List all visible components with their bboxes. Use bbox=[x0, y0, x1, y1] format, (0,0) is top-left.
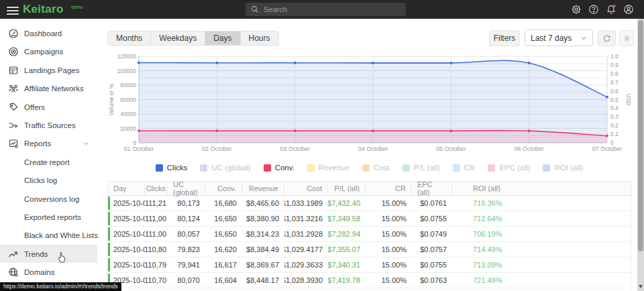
table-row: 2025-10-01111,2180,17316,680$8,465.60$1,… bbox=[108, 196, 631, 211]
table-cell: $1,033.1989 bbox=[284, 196, 328, 211]
column-header-uc-global-[interactable]: UC (global) bbox=[168, 182, 205, 195]
table-cell: $4,826.21 bbox=[242, 288, 284, 291]
sidebar-item-landings-pages[interactable]: Landings Pages bbox=[0, 61, 97, 79]
table-cell: 713.09% bbox=[452, 257, 631, 272]
legend-label: UC (global) bbox=[211, 164, 250, 172]
column-header-roi-all-[interactable]: ROI (all) bbox=[452, 182, 631, 195]
chevron-down-icon bbox=[580, 35, 587, 42]
legend-swatch bbox=[402, 164, 410, 172]
column-header-clicks[interactable]: Clicks bbox=[145, 182, 168, 195]
date-range-select[interactable]: Last 7 days bbox=[525, 30, 593, 46]
sidebar-item-offers[interactable]: Offers bbox=[0, 98, 97, 116]
sidebar-item-traffic-sources[interactable]: Traffic Sources bbox=[0, 117, 97, 135]
legend-item-roi-all-[interactable]: ROI (all) bbox=[543, 164, 583, 172]
page-scrollbar[interactable] bbox=[637, 19, 644, 291]
tab-months[interactable]: Months bbox=[108, 32, 151, 45]
domains-icon bbox=[8, 267, 19, 278]
column-header-cr[interactable]: CR bbox=[366, 182, 412, 195]
column-header-p-l-all-[interactable]: P/L (all) bbox=[328, 182, 366, 195]
legend-item-conv-[interactable]: Conv. bbox=[264, 164, 294, 172]
table-cell: $0.0749 bbox=[412, 227, 452, 241]
table-cell: $1,029.3633 bbox=[284, 257, 328, 272]
sidebar-item-clicks-log[interactable]: Clicks log bbox=[0, 172, 97, 190]
svg-text:01 October: 01 October bbox=[124, 146, 154, 152]
sidebar-item-campaigns[interactable]: Campaigns bbox=[0, 43, 97, 61]
sidebar-item-label: Domains bbox=[24, 268, 54, 276]
global-search[interactable] bbox=[246, 3, 406, 16]
scrollbar-thumb[interactable] bbox=[638, 20, 643, 251]
sidebar-item-label: Offers bbox=[24, 103, 45, 111]
legend-swatch bbox=[307, 164, 315, 172]
table-cell: 706.19% bbox=[452, 227, 631, 241]
bell-icon[interactable] bbox=[605, 3, 617, 15]
legend-item-cr[interactable]: CR bbox=[453, 164, 476, 172]
trends-icon bbox=[8, 249, 19, 259]
table-cell: $8,448.17 bbox=[242, 273, 284, 288]
scrollbar-down-arrow[interactable] bbox=[639, 285, 643, 288]
legend-item-p-l-all-[interactable]: P/L (all) bbox=[402, 164, 440, 172]
account-icon[interactable] bbox=[623, 3, 635, 15]
table-cell: 2025-10-01 bbox=[108, 196, 145, 211]
sidebar-item-create-report[interactable]: Create report bbox=[0, 153, 97, 171]
table-cell: $7,349.58 bbox=[328, 211, 366, 226]
table-row: 2025-10-04110,8079,82316,620$8,384.49$1,… bbox=[108, 242, 631, 257]
chart-legend: ClicksUC (global)Conv.RevenueCostP/L (al… bbox=[107, 162, 631, 174]
help-icon[interactable] bbox=[588, 3, 600, 15]
sidebar-item-trends[interactable]: Trends bbox=[0, 245, 97, 263]
table-cell: 111,21 bbox=[145, 196, 168, 211]
sidebar-item-label: Create report bbox=[24, 158, 70, 166]
sidebar-item-label: Affiliate Networks bbox=[24, 84, 84, 93]
column-header-revenue[interactable]: Revenue bbox=[242, 182, 284, 195]
legend-item-cost[interactable]: Cost bbox=[362, 164, 390, 172]
settings-gear-icon[interactable] bbox=[570, 3, 582, 15]
tab-hours[interactable]: Hours bbox=[241, 32, 278, 45]
legend-item-uc-global-[interactable]: UC (global) bbox=[200, 164, 250, 172]
sidebar-item-domains[interactable]: Domains bbox=[0, 264, 97, 282]
table-cell: 2025-10-04 bbox=[108, 242, 145, 257]
chart-settings-button[interactable] bbox=[619, 30, 634, 46]
gear-small-icon bbox=[623, 35, 631, 42]
sidebar-item-conversions-log[interactable]: Conversions log bbox=[0, 190, 97, 208]
tab-days[interactable]: Days bbox=[205, 32, 240, 45]
table-cell: 714.49% bbox=[452, 242, 631, 257]
table-cell: $8,314.23 bbox=[242, 227, 284, 241]
sidebar-item-black-and-white-lists[interactable]: Black and White Lists bbox=[0, 227, 97, 245]
table-cell: $8,384.49 bbox=[242, 242, 284, 257]
sidebar-item-label: Traffic Sources bbox=[24, 121, 76, 129]
legend-item-epc-all-[interactable]: EPC (all) bbox=[488, 164, 530, 172]
tab-weekdays[interactable]: Weekdays bbox=[151, 32, 205, 45]
sidebar-item-label: Landings Pages bbox=[24, 66, 79, 74]
sidebar-item-reports[interactable]: Reports bbox=[0, 135, 97, 153]
refresh-button[interactable] bbox=[598, 30, 616, 46]
reports-icon bbox=[8, 138, 19, 149]
sidebar-item-exported-reports[interactable]: Exported reports bbox=[0, 209, 97, 227]
sidebar-item-dashboard[interactable]: Dashboard bbox=[0, 25, 97, 43]
legend-item-revenue[interactable]: Revenue bbox=[307, 164, 350, 172]
legend-item-clicks[interactable]: Clicks bbox=[156, 164, 188, 172]
column-header-day[interactable]: Day bbox=[108, 182, 145, 195]
column-header-cost[interactable]: Cost bbox=[284, 182, 328, 195]
legend-label: Revenue bbox=[319, 164, 350, 172]
offers-icon bbox=[8, 102, 19, 113]
svg-text:04 October: 04 October bbox=[358, 146, 388, 152]
svg-text:0.2: 0.2 bbox=[610, 122, 619, 129]
hamburger-menu-icon[interactable] bbox=[7, 5, 19, 14]
date-range-value: Last 7 days bbox=[531, 34, 572, 43]
column-header-conv-[interactable]: Conv. bbox=[205, 182, 242, 195]
table-cell: 45,913 bbox=[168, 288, 205, 291]
legend-label: ROI (all) bbox=[554, 164, 583, 172]
legend-swatch bbox=[156, 164, 163, 172]
column-header-epc-all-[interactable]: EPC (all) bbox=[412, 182, 452, 195]
table-cell: $0.0757 bbox=[412, 242, 452, 257]
table-cell: 16,650 bbox=[205, 211, 242, 226]
table-cell: 2025-10-02 bbox=[108, 211, 145, 226]
search-input[interactable] bbox=[264, 5, 400, 13]
svg-text:20000: 20000 bbox=[120, 125, 136, 132]
sidebar-item-label: Dashboard bbox=[24, 30, 62, 38]
sidebar-item-affiliate-networks[interactable]: Affiliate Networks bbox=[0, 80, 97, 98]
filters-button[interactable]: Filters bbox=[489, 30, 520, 46]
sidebar-item-label: Conversions log bbox=[24, 195, 79, 203]
app-logo[interactable]: Keitaro bbox=[23, 3, 64, 16]
legend-label: CR bbox=[464, 164, 476, 172]
table-cell: 16,680 bbox=[205, 196, 242, 211]
